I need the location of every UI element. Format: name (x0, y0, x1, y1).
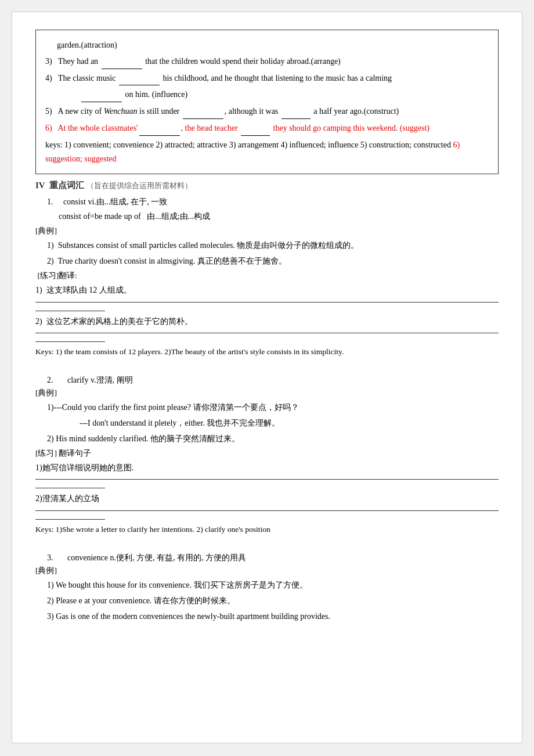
short-line-1-1b (35, 311, 105, 311)
example-1-2: 2) True charity doesn't consist in almsg… (47, 254, 499, 268)
short-line-2-1b (35, 488, 105, 488)
vocab-word-1: consist vi.由...组成, 在于, 一致 (63, 197, 167, 206)
box-number-3: 3) (45, 57, 56, 66)
example-3-3: 3) Gas is one of the modern conveniences… (47, 610, 499, 624)
example-3-1: 1) We bought this house for its convenie… (47, 578, 499, 592)
section-note: （旨在提供综合运用所需材料） (86, 181, 192, 190)
practice-1-1: 1) 这支球队由 12 人组成。 (35, 283, 499, 297)
example-label-2: [典例] (35, 388, 499, 398)
blank-6b (241, 121, 270, 136)
keys-2: Keys: 1)She wrote a letter to clarify he… (35, 523, 499, 537)
wenchuan-italic: Wenchuan (104, 107, 138, 116)
example-2-1: 1)---Could you clarify the first point p… (47, 401, 499, 415)
vocab-word-2: clarify v.澄清, 阐明 (67, 376, 133, 384)
section-title-4: IV 重点词汇 （旨在提供综合运用所需材料） (35, 180, 499, 191)
example-label-1: [典例] (35, 226, 499, 236)
vocab-word-3: convenience n.便利, 方便, 有益, 有用的, 方便的用具 (67, 553, 246, 562)
vocab-number-3: 3. (47, 553, 66, 562)
page: garden.(attraction) 3) They had an that … (12, 12, 522, 743)
blank-5a (183, 105, 223, 119)
practice-1-2: 2) 这位艺术家的风格上的美在于它的简朴。 (35, 315, 499, 329)
box-line-5: 5) A new city of Wenchuan is still under… (45, 105, 489, 119)
short-line-2-2b (35, 519, 105, 520)
blank-5b (282, 105, 311, 119)
example-2-1b: ---I don't understand it pletely，either.… (47, 416, 499, 430)
box-line-4b: on him. (influence) (45, 88, 489, 102)
box-number-4: 4) (45, 74, 56, 82)
vocab-1-sub: consist of=be made up of 由...组成;由...构成 (35, 210, 499, 224)
keys-1: Keys: 1) the team consists of 12 players… (35, 345, 499, 359)
practice-2-2: 2)澄清某人的立场 (35, 492, 499, 506)
keys-main: keys: 1) convenient; convenience 2) attr… (45, 138, 489, 166)
keys-red: 6) suggestion; suggested (45, 141, 460, 163)
vocab-1: 1. consist vi.由...组成, 在于, 一致 (47, 197, 499, 207)
practice-2-1: 1)她写信详细说明她的意图. (35, 461, 499, 475)
practice-label-2: [练习] 翻译句子 (35, 448, 499, 459)
divider-2-1 (35, 479, 499, 488)
box-line-4: 4) The classic music his childhood, and … (45, 71, 489, 86)
divider-1-2 (35, 333, 499, 342)
short-line-1-2b (35, 341, 105, 342)
vocab-number-1: 1. (47, 197, 62, 206)
box-line-6: 6) At the whole classmates' , the head t… (45, 121, 489, 136)
box-line-garden: garden.(attraction) (45, 38, 489, 52)
blank-4b (81, 88, 122, 102)
example-2-2: 2) His mind suddenly clarified. 他的脑子突然清醒… (47, 432, 499, 446)
practice-label-1: [练习]翻译: (35, 271, 499, 281)
vocab-3: 3. convenience n.便利, 方便, 有益, 有用的, 方便的用具 (47, 553, 499, 563)
blank-4a (119, 71, 160, 86)
blank-3 (102, 55, 142, 69)
example-3-2: 2) Please e at your convenience. 请在你方便的时… (47, 594, 499, 608)
section-roman: IV (35, 181, 45, 190)
example-label-3: [典例] (35, 566, 499, 576)
vocab-2: 2. clarify v.澄清, 阐明 (47, 375, 499, 386)
divider-1-1 (35, 302, 499, 311)
divider-2-2 (35, 510, 499, 520)
vocab-number-2: 2. (47, 376, 66, 384)
section-title-text: 重点词汇 (49, 181, 84, 190)
answer-box: garden.(attraction) 3) They had an that … (35, 30, 499, 174)
box-number-5: 5) (45, 107, 56, 116)
blank-6a (139, 121, 180, 136)
example-1-1: 1) Substances consist of small particles… (47, 239, 499, 253)
box-line-3: 3) They had an that the children would s… (45, 55, 489, 69)
box-number-6: 6) (45, 124, 56, 132)
